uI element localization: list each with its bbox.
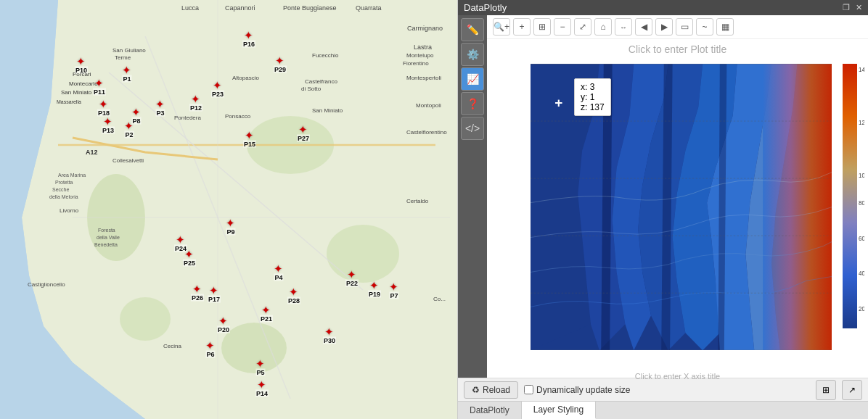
map-point-p5: ✦P5 — [255, 358, 265, 376]
map-point-p19: ✦P19 — [368, 280, 381, 298]
svg-text:di Sotto: di Sotto — [301, 86, 322, 92]
panel-title: DataPlotly — [464, 2, 507, 13]
bar-chart-btn[interactable]: ▦ — [716, 18, 734, 36]
chart-container: Click to enter Y axis title — [487, 57, 868, 386]
svg-text:Certaldo: Certaldo — [406, 198, 429, 204]
tooltip-y-val: 1 — [590, 92, 595, 102]
svg-text:Foresta: Foresta — [98, 228, 115, 233]
right-panel: DataPlotly ❐ ✕ ✏️ ⚙️ 📈 ❓ </> 🔍+ + ⊞ − ⤢ — [457, 0, 868, 419]
svg-text:1000: 1000 — [859, 172, 864, 179]
plot-area: 🔍+ + ⊞ − ⤢ ⌂ ↔ ◀ ▶ ▭ ~ ▦ Click to enter … — [487, 15, 868, 378]
svg-text:San Miniato: San Miniato — [312, 107, 343, 114]
svg-text:200: 200 — [859, 305, 864, 312]
map-point-p7: ✦P7 — [389, 281, 398, 299]
map-point-p25: ✦P25 — [183, 249, 196, 267]
color-scale: 1400 1200 1000 800 600 400 200 — [843, 64, 864, 328]
map-point-p4: ✦P4 — [274, 263, 283, 281]
tab-dataplotly[interactable]: DataPlotly — [458, 402, 522, 419]
map-point-p8: ✦P8 — [131, 107, 141, 125]
toolbar-area: ✏️ ⚙️ 📈 ❓ </> 🔍+ + ⊞ − ⤢ ⌂ ↔ ◀ ▶ ▭ ~ ▦ — [458, 15, 868, 378]
svg-rect-53 — [763, 64, 832, 350]
back-btn[interactable]: ◀ — [635, 18, 652, 36]
svg-text:Collesalvetti: Collesalvetti — [112, 157, 144, 164]
select-lasso-btn[interactable]: ~ — [696, 18, 713, 36]
map-point-p14: ✦P14 — [255, 379, 269, 397]
data-tooltip: x: 3 y: 1 z: 137 — [574, 78, 611, 116]
pencil-tool-btn[interactable]: ✏️ — [461, 18, 484, 41]
tab-bar: DataPlotly Layer Styling — [458, 401, 868, 419]
svg-text:San Giuliano: San Giuliano — [112, 47, 146, 54]
zoom-rect-btn[interactable]: ⊞ — [533, 18, 551, 36]
svg-text:Castelfranco: Castelfranco — [305, 78, 337, 85]
plot-title[interactable]: Click to enter Plot title — [487, 39, 868, 57]
map-point-p1: ✦P1 — [122, 65, 131, 83]
map-point-p27: ✦P27 — [297, 124, 310, 142]
select-box-btn[interactable]: ▭ — [676, 18, 693, 36]
svg-point-4 — [327, 225, 399, 283]
svg-text:Carmignano: Carmignano — [407, 25, 443, 32]
map-point-p26: ✦P26 — [191, 283, 204, 302]
tooltip-x-val: 3 — [590, 82, 595, 92]
map-point-p30: ✦P30 — [323, 326, 336, 344]
svg-text:Cecina: Cecina — [163, 343, 181, 349]
code-tool-btn[interactable]: </> — [461, 117, 484, 140]
panel-header: DataPlotly ❐ ✕ — [458, 0, 868, 15]
x-axis-title[interactable]: Click to enter X axis title — [635, 372, 720, 381]
svg-text:1200: 1200 — [859, 119, 864, 126]
svg-text:Quarrata: Quarrata — [356, 4, 382, 12]
restore-button[interactable]: ❐ — [843, 3, 850, 12]
svg-text:Montelupo: Montelupo — [406, 52, 434, 59]
svg-text:San Miniato: San Miniato — [61, 89, 92, 96]
svg-text:Area Marina: Area Marina — [58, 173, 86, 178]
svg-text:Protetta: Protetta — [55, 180, 73, 185]
svg-text:Terme: Terme — [115, 54, 131, 61]
svg-text:Ponte Buggianese: Ponte Buggianese — [283, 4, 337, 12]
map-point-p20: ✦P20 — [217, 315, 230, 333]
svg-text:della Valle: della Valle — [97, 235, 120, 240]
map-area[interactable]: A12 Lucca Capannori Ponte Buggianese Qua… — [0, 0, 457, 419]
zoom-plus-btn[interactable]: + — [513, 18, 531, 36]
zoom-in-btn[interactable]: 🔍+ — [493, 18, 510, 36]
tab-layer-styling[interactable]: Layer Styling — [522, 402, 596, 419]
pan-btn[interactable]: ↔ — [615, 18, 632, 36]
svg-text:Castiglioncello: Castiglioncello — [28, 281, 65, 288]
map-point-p9: ✦P9 — [226, 217, 235, 236]
map-point-p22: ✦P22 — [345, 269, 359, 287]
svg-text:+: + — [554, 95, 562, 110]
gear-tool-btn[interactable]: ⚙️ — [461, 43, 484, 66]
map-point-p21: ✦P21 — [260, 304, 273, 323]
tooltip-x-label: x: — [581, 82, 587, 92]
home-btn[interactable]: ⌂ — [594, 18, 612, 36]
svg-rect-70 — [843, 64, 857, 328]
map-point-p3: ✦P3 — [155, 99, 165, 117]
map-point-p17: ✦P17 — [208, 285, 221, 303]
forward-btn[interactable]: ▶ — [655, 18, 673, 36]
tooltip-y-label: y: — [581, 92, 587, 102]
svg-text:Ponsacco: Ponsacco — [225, 113, 251, 120]
map-point-p11: ✦P11 — [93, 78, 106, 96]
map-point-p28: ✦P28 — [287, 286, 300, 304]
svg-text:1400: 1400 — [859, 66, 864, 73]
svg-text:Altopascio: Altopascio — [232, 75, 259, 81]
svg-text:Castelfiorentino: Castelfiorentino — [406, 129, 447, 136]
svg-text:Massarella: Massarella — [57, 99, 81, 104]
map-point-p23: ✦P23 — [211, 80, 224, 98]
help-tool-btn[interactable]: ❓ — [461, 92, 484, 115]
svg-text:Pontedera: Pontedera — [174, 115, 201, 121]
svg-text:Lucca: Lucca — [181, 4, 199, 12]
svg-point-6 — [120, 297, 171, 341]
zoom-fit-btn[interactable]: ⤢ — [574, 18, 591, 36]
map-point-p16: ✦P16 — [242, 30, 255, 48]
map-point-p10: ✦P10 — [75, 56, 88, 74]
zoom-minus-btn[interactable]: − — [554, 18, 571, 36]
svg-text:A12: A12 — [86, 149, 98, 156]
svg-text:400: 400 — [859, 270, 864, 277]
close-button[interactable]: ✕ — [856, 3, 862, 12]
tooltip-z-val: 137 — [590, 102, 605, 112]
svg-text:Fiorentino: Fiorentino — [403, 60, 429, 67]
svg-text:della Meloria: della Meloria — [49, 194, 78, 199]
icon-sidebar: ✏️ ⚙️ 📈 ❓ </> — [458, 15, 487, 378]
plot-toolbar: 🔍+ + ⊞ − ⤢ ⌂ ↔ ◀ ▶ ▭ ~ ▦ — [487, 15, 868, 39]
chart-tool-btn[interactable]: 📈 — [461, 67, 484, 91]
reload-icon: ♻ — [472, 385, 480, 395]
